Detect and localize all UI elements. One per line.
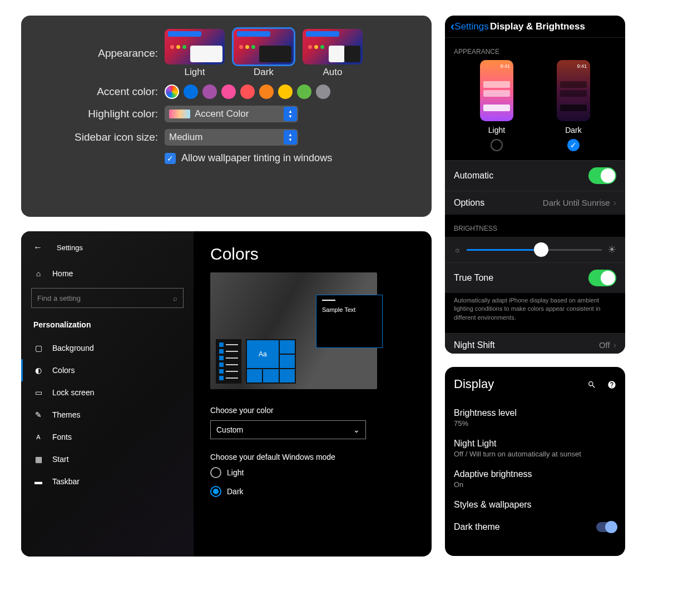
windows-main: Colors Sample Text Aa Choose your color xyxy=(194,231,432,557)
appearance-light-label: Light xyxy=(185,67,205,78)
appearance-option-light[interactable]: Light xyxy=(165,29,225,78)
brightness-slider[interactable] xyxy=(467,249,602,251)
nav-colors[interactable]: ◐Colors xyxy=(21,359,194,381)
nav-start[interactable]: ▦Start xyxy=(21,448,194,470)
automatic-switch[interactable] xyxy=(588,167,616,184)
truetone-label: True Tone xyxy=(454,273,493,283)
highlight-label: Highlight color: xyxy=(21,108,165,120)
mode-light-label: Light xyxy=(227,468,244,477)
options-value: Dark Until Sunrise xyxy=(543,198,610,207)
styles-wallpapers-item[interactable]: Styles & wallpapers xyxy=(454,494,616,516)
mode-radio-light[interactable]: Light xyxy=(210,467,415,478)
chevron-updown-icon: ▲▼ xyxy=(284,107,297,121)
help-icon[interactable] xyxy=(607,379,616,390)
accent-purple[interactable] xyxy=(202,85,217,99)
light-label: Light xyxy=(488,126,505,135)
appearance-auto-label: Auto xyxy=(323,67,343,78)
dark-theme-row: Dark theme xyxy=(454,516,616,538)
home-icon: ⌂ xyxy=(33,269,43,278)
adaptive-brightness-item[interactable]: Adaptive brightness On xyxy=(454,464,616,494)
appearance-label: Appearance: xyxy=(21,47,165,59)
chevron-down-icon: ⌄ xyxy=(353,425,360,434)
appearance-option-auto[interactable]: Auto xyxy=(303,29,363,78)
accent-blue[interactable] xyxy=(184,85,198,99)
brightness-value: 75% xyxy=(454,419,616,428)
palette-icon: ◐ xyxy=(33,366,43,375)
search-icon: ⌕ xyxy=(173,294,177,302)
accent-gray[interactable] xyxy=(316,85,330,99)
nav-colors-label: Colors xyxy=(52,366,75,375)
nightshift-row[interactable]: Night Shift Off› xyxy=(445,333,625,354)
options-label: Options xyxy=(454,198,484,208)
accent-pink[interactable] xyxy=(221,85,236,99)
appearance-dark-label: Dark xyxy=(254,67,274,78)
search-input[interactable]: Find a setting ⌕ xyxy=(31,288,184,308)
nav-themes[interactable]: ✎Themes xyxy=(21,404,194,426)
nav-lock-screen[interactable]: ▭Lock screen xyxy=(21,381,194,404)
wallpaper-tinting-checkbox[interactable]: ✓ xyxy=(165,153,176,164)
page-title: Colors xyxy=(210,245,415,264)
accent-multicolor[interactable] xyxy=(165,85,179,99)
accent-orange[interactable] xyxy=(259,85,274,99)
highlight-value: Accent Color xyxy=(195,108,249,120)
accent-red[interactable] xyxy=(240,85,255,99)
dark-theme-switch[interactable] xyxy=(596,522,616,532)
nav-fonts[interactable]: AFonts xyxy=(21,426,194,448)
appearance-option-dark[interactable]: Dark xyxy=(234,29,294,78)
nav-taskbar-label: Taskbar xyxy=(52,477,80,486)
chevron-left-icon: ‹ xyxy=(451,19,454,34)
night-light-item[interactable]: Night Light Off / Will turn on automatic… xyxy=(454,433,616,464)
darktheme-label: Dark theme xyxy=(454,522,500,532)
accent-color-picker xyxy=(165,85,330,99)
truetone-switch[interactable] xyxy=(588,270,616,286)
styles-label: Styles & wallpapers xyxy=(454,500,616,510)
android-display-panel: Display Brightness level 75% Night Light… xyxy=(445,367,625,556)
back-label: Settings xyxy=(57,244,83,252)
wallpaper-tinting-label: Allow wallpaper tinting in windows xyxy=(181,152,332,164)
choose-color-select[interactable]: Custom ⌄ xyxy=(210,420,366,439)
ios-display-panel: ‹ Settings Display & Brightness APPEARAN… xyxy=(445,16,625,354)
image-icon: ▢ xyxy=(33,344,43,352)
nightlight-value: Off / Will turn on automatically at suns… xyxy=(454,450,616,458)
brightness-level-item[interactable]: Brightness level 75% xyxy=(454,403,616,433)
nav-taskbar[interactable]: ▬Taskbar xyxy=(21,470,194,493)
sample-window: Sample Text xyxy=(316,295,383,348)
sidebar-size-select[interactable]: Medium ▲▼ xyxy=(165,129,298,146)
grid-icon: ▦ xyxy=(33,455,43,464)
accent-green[interactable] xyxy=(297,85,311,99)
nav-fonts-label: Fonts xyxy=(52,433,72,441)
nav-home-label: Home xyxy=(52,269,73,278)
highlight-color-select[interactable]: Accent Color ▲▼ xyxy=(165,106,298,122)
back-arrow-icon[interactable]: ← xyxy=(33,242,42,252)
search-icon[interactable] xyxy=(587,379,596,390)
truetone-description: Automatically adapt iPhone display based… xyxy=(445,293,625,330)
mode-radio-dark[interactable]: Dark xyxy=(210,486,415,497)
nightlight-label: Night Light xyxy=(454,439,616,449)
windows-settings-panel: ← Settings ⌂ Home Find a setting ⌕ Perso… xyxy=(21,231,432,557)
preview-time: 9:41 xyxy=(500,63,510,69)
light-radio[interactable] xyxy=(491,139,503,151)
nightshift-label: Night Shift xyxy=(454,340,495,350)
tile-aa: Aa xyxy=(247,340,279,368)
appearance-light-option[interactable]: 9:41 Light xyxy=(480,60,513,151)
monitor-icon: ▭ xyxy=(33,388,43,397)
brightness-slider-row: ☼ ☀ xyxy=(445,237,625,262)
sample-text: Sample Text xyxy=(322,306,355,313)
choose-color-label: Choose your color xyxy=(210,406,415,415)
nav-background-label: Background xyxy=(52,344,94,352)
sun-small-icon: ☼ xyxy=(454,245,461,254)
brush-icon: ✎ xyxy=(33,410,43,419)
nav-home[interactable]: ⌂ Home xyxy=(21,262,194,285)
nightshift-value: Off xyxy=(599,340,610,350)
highlight-swatch-icon xyxy=(169,110,190,118)
nav-themes-label: Themes xyxy=(52,410,81,419)
nav-lock-label: Lock screen xyxy=(52,388,94,397)
options-row[interactable]: Options Dark Until Sunrise› xyxy=(445,191,625,215)
nav-background[interactable]: ▢Background xyxy=(21,337,194,359)
preview-area: Sample Text Aa xyxy=(210,272,377,389)
dark-radio[interactable]: ✓ xyxy=(567,139,580,151)
preview-menu-icon xyxy=(216,339,241,384)
appearance-dark-option[interactable]: 9:41 Dark ✓ xyxy=(557,60,590,151)
mode-label: Choose your default Windows mode xyxy=(210,453,415,461)
accent-yellow[interactable] xyxy=(278,85,293,99)
